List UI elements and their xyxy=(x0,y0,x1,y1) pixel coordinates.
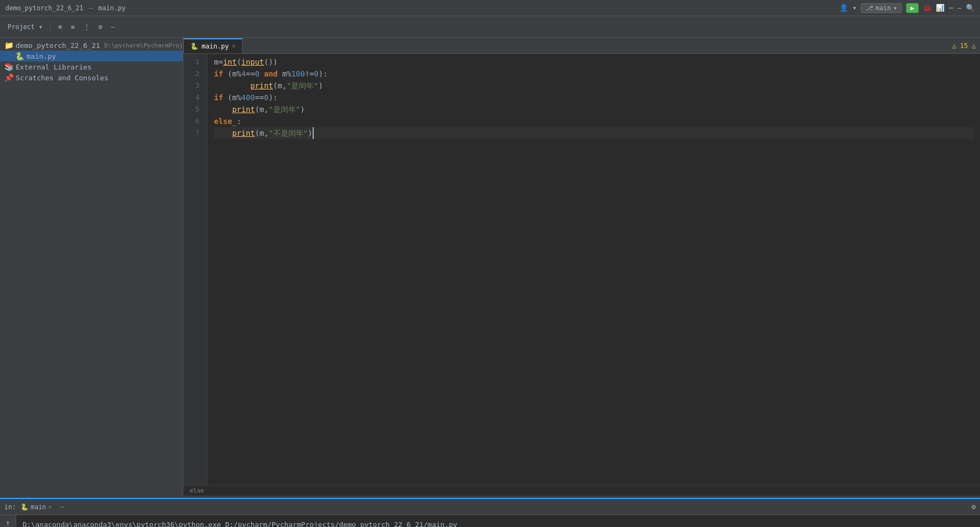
close-panel-button[interactable]: – xyxy=(108,21,118,33)
expand-button[interactable]: ⋮ xyxy=(80,21,93,33)
run-tab-close-button[interactable]: × xyxy=(49,504,52,510)
run-rerun-button[interactable]: ↑ xyxy=(4,517,11,527)
scratches-label: Scratches and Consoles xyxy=(16,74,108,82)
settings-button[interactable]: ⚙ xyxy=(95,21,106,33)
title-bar: demo_pytorch_22_6_21 – main.py 👤 ▾ ⎇ mai… xyxy=(0,0,980,16)
branch-name: main xyxy=(875,4,891,12)
search-button[interactable]: 🔍 xyxy=(966,4,975,12)
run-panel: in: 🐍 main × ⋯ ⚙ ↑ ↓ ≡ ↕ 🖶 ✕ D:\anaconda… xyxy=(0,498,980,527)
sidebar: 📁 demo_pytorch_22_6_21 D:\pycharm\Pychar… xyxy=(0,38,183,496)
tab-python-icon: 🐍 xyxy=(190,43,198,50)
run-settings-button[interactable]: ⚙ xyxy=(971,503,976,511)
run-tab-options: ⋯ xyxy=(60,503,64,511)
run-layout: ↑ ↓ ≡ ↕ 🖶 ✕ D:\anaconda\anaconda3\envs\p… xyxy=(0,515,980,527)
project-root-label: demo_pytorch_22_6_21 xyxy=(16,41,100,50)
run-panel-header: in: 🐍 main × ⋯ ⚙ xyxy=(0,499,980,515)
line-num-6: 6 xyxy=(183,115,203,127)
editor-tab-bar: 🐍 main.py × △ 15 △ xyxy=(183,38,980,54)
line-num-4: 4 xyxy=(183,92,203,103)
collapse-all-button[interactable]: ≡ xyxy=(67,21,78,33)
sidebar-tree: 📁 demo_pytorch_22_6_21 D:\pycharm\Pychar… xyxy=(0,38,183,496)
main-layout: 📁 demo_pytorch_22_6_21 D:\pycharm\Pychar… xyxy=(0,38,980,496)
code-line-7: print(m,"不是闰年") xyxy=(214,127,974,139)
main-branch-badge[interactable]: ⎇ main ▾ xyxy=(861,3,902,13)
tab-label: main.py xyxy=(202,43,229,50)
more-button[interactable]: ⋯ xyxy=(949,4,953,12)
run-tab-icon: 🐍 xyxy=(20,503,29,511)
folder-icon: 📁 xyxy=(4,41,13,50)
editor-container: 🐍 main.py × △ 15 △ 1 2 3 4 5 6 7 xyxy=(183,38,980,496)
run-command-line: D:\anaconda\anaconda3\envs\pytorch36\pyt… xyxy=(23,519,974,527)
profile-button[interactable]: 📊 xyxy=(936,4,944,12)
code-line-6: else_: xyxy=(214,115,974,127)
title-project-name: demo_pytorch_22_6_21 xyxy=(5,4,84,12)
code-line-3: print(m,"是闰年") xyxy=(214,80,974,92)
sidebar-item-project-root[interactable]: 📁 demo_pytorch_22_6_21 D:\pycharm\Pychar… xyxy=(0,40,183,51)
external-libraries-icon: 📚 xyxy=(4,63,13,71)
main-py-label: main.py xyxy=(26,52,56,60)
run-button[interactable]: ▶ xyxy=(906,3,919,13)
warning-count-indicator: △ 15 △ xyxy=(953,42,980,50)
editor-area[interactable]: 1 2 3 4 5 6 7 m=int(input()) if (m%4==0 … xyxy=(183,54,980,485)
title-bar-right: 👤 ▾ ⎇ main ▾ ▶ 🐞 📊 ⋯ – 🔍 xyxy=(839,3,975,13)
external-libraries-label: External Libraries xyxy=(16,63,92,71)
editor-tab-main-py[interactable]: 🐍 main.py × xyxy=(183,38,243,53)
sidebar-item-scratches[interactable]: 📌 Scratches and Consoles xyxy=(0,72,183,83)
project-dropdown[interactable]: Project ▾ xyxy=(4,21,46,33)
run-toolbar: ↑ ↓ ≡ ↕ 🖶 ✕ xyxy=(0,515,16,527)
sidebar-item-main-py[interactable]: 🐍 main.py xyxy=(0,51,183,61)
line-num-1: 1 xyxy=(183,56,203,68)
line-num-7: 7 xyxy=(183,127,203,139)
line-numbers: 1 2 3 4 5 6 7 xyxy=(183,54,208,485)
run-tab-label: main xyxy=(31,503,46,511)
project-path: D:\pycharm\PycharmProje… xyxy=(105,42,183,49)
code-area[interactable]: m=int(input()) if (m%4==0 and m%100!=0):… xyxy=(208,54,980,485)
python-file-icon: 🐍 xyxy=(15,52,24,60)
sidebar-item-external-libraries[interactable]: 📚 External Libraries xyxy=(0,61,183,72)
editor-hint-bar: else xyxy=(183,485,980,496)
run-panel-in-label: in: xyxy=(4,503,16,511)
run-tab-main[interactable]: 🐍 main × xyxy=(20,503,52,511)
code-line-4: if (m%400==0): xyxy=(214,92,974,103)
title-bar-left: demo_pytorch_22_6_21 – main.py xyxy=(5,4,839,12)
autocomplete-hint: else xyxy=(190,487,204,494)
branch-dropdown-icon: ▾ xyxy=(893,4,897,12)
warning-count: △ 15 △ xyxy=(953,42,976,50)
run-output: D:\anaconda\anaconda3\envs\pytorch36\pyt… xyxy=(16,515,980,527)
toolbar-divider-1 xyxy=(50,22,51,32)
minimize-button[interactable]: – xyxy=(957,4,962,12)
line-num-2: 2 xyxy=(183,68,203,80)
locate-file-button[interactable]: ⊕ xyxy=(55,21,65,33)
debug-button[interactable]: 🐞 xyxy=(923,4,931,12)
toolbar: Project ▾ ⊕ ≡ ⋮ ⚙ – xyxy=(0,16,980,38)
branch-icon: ⎇ xyxy=(866,4,873,12)
code-line-2: if (m%4==0 and m%100!=0): xyxy=(214,68,974,80)
code-line-5: print(m,"是闰年") xyxy=(214,103,974,115)
line-num-5: 5 xyxy=(183,103,203,115)
line-num-3: 3 xyxy=(183,80,203,92)
title-file-name: main.py xyxy=(98,4,126,12)
user-icon[interactable]: 👤 ▾ xyxy=(839,4,857,12)
scratches-icon: 📌 xyxy=(4,73,13,82)
code-line-1: m=int(input()) xyxy=(214,56,974,68)
project-label: Project xyxy=(8,23,35,31)
tab-close-button[interactable]: × xyxy=(232,43,236,49)
